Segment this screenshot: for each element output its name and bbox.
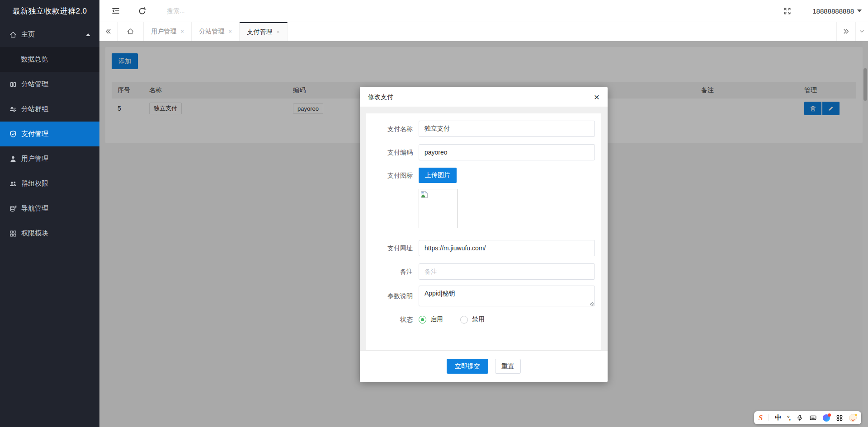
- sidebar-item-label: 用户管理: [21, 155, 48, 163]
- emoji-icon[interactable]: [849, 414, 857, 422]
- app-title: 最新独立收款进群2.0: [0, 0, 99, 22]
- close-icon[interactable]: ×: [180, 28, 184, 34]
- payment-url-input[interactable]: [419, 240, 595, 256]
- toolbox-grid-icon[interactable]: [836, 414, 843, 422]
- field-payment-name: 支付名称: [366, 121, 595, 137]
- close-icon[interactable]: ×: [228, 28, 232, 34]
- field-label: 参数说明: [366, 286, 419, 308]
- sidebar-item-label: 主页: [21, 30, 35, 39]
- sliders-icon: [9, 105, 17, 113]
- sidebar-item-label: 分站群组: [21, 105, 48, 113]
- modal-form-panel: 支付名称 支付编码 支付图标 上传图片: [366, 113, 601, 350]
- radio-icon: [419, 316, 426, 324]
- stack-flag-icon: [9, 205, 17, 213]
- chinese-mode-icon[interactable]: 中: [775, 414, 781, 422]
- punctuation-icon[interactable]: °,: [787, 414, 790, 422]
- sidebar-menu: 主页 数据总览 分站管理 分站群组: [0, 22, 99, 246]
- shield-check-icon: [9, 130, 17, 138]
- field-label: 支付编码: [366, 144, 419, 160]
- reset-button[interactable]: 重置: [495, 359, 521, 374]
- tabs-scroll-right-button[interactable]: [836, 22, 855, 41]
- modal-header: 修改支付 ×: [360, 87, 608, 107]
- radio-label: 禁用: [472, 315, 485, 324]
- radio-icon: [460, 316, 468, 324]
- field-label: 支付网址: [366, 240, 419, 256]
- params-textarea[interactable]: Appid|秘钥: [419, 286, 595, 306]
- tab-payment-manage[interactable]: 支付管理 ×: [240, 22, 288, 41]
- ime-toolbar: S 中 °,: [754, 411, 861, 424]
- account-dropdown[interactable]: 18888888888: [812, 7, 862, 15]
- close-icon[interactable]: ×: [594, 92, 599, 102]
- tab-label: 用户管理: [151, 28, 176, 36]
- field-label: 备注: [366, 263, 419, 280]
- sidebar-item-permission-module[interactable]: 权限模块: [0, 221, 99, 246]
- field-payment-url: 支付网址: [366, 240, 595, 256]
- skin-palette-icon[interactable]: [823, 414, 830, 422]
- sidebar-item-home[interactable]: 主页: [0, 22, 99, 47]
- broken-image-icon: [420, 191, 428, 198]
- top-toolbar: 18888888888: [99, 0, 868, 22]
- field-label: 支付图标: [366, 168, 419, 183]
- tab-substation-manage[interactable]: 分站管理 ×: [192, 22, 240, 41]
- tab-label: 支付管理: [247, 28, 272, 36]
- radio-label: 启用: [430, 315, 443, 324]
- caret-down-icon: [857, 9, 862, 12]
- search-input[interactable]: [167, 7, 293, 14]
- upload-image-button[interactable]: 上传图片: [419, 168, 457, 183]
- resize-grip-icon[interactable]: [590, 302, 594, 306]
- tabs-scroll-left-button[interactable]: [99, 22, 118, 41]
- tab-bar: 用户管理 × 分站管理 × 支付管理 ×: [99, 22, 868, 41]
- tab-user-manage[interactable]: 用户管理 ×: [144, 22, 192, 41]
- sidebar-item-label: 数据总览: [21, 55, 48, 64]
- submit-button[interactable]: 立即提交: [447, 359, 488, 374]
- sidebar-item-user-manage[interactable]: 用户管理: [0, 146, 99, 171]
- tab-home-button[interactable]: [118, 22, 144, 41]
- sidebar-item-label: 导航管理: [21, 204, 48, 213]
- menu-fold-icon[interactable]: [111, 6, 120, 15]
- tabs-menu-button[interactable]: [855, 22, 868, 41]
- tab-label: 分站管理: [199, 28, 224, 36]
- field-payment-icon: 支付图标 上传图片: [366, 168, 595, 183]
- modules-grid-icon: [9, 230, 17, 238]
- field-remark: 备注: [366, 263, 595, 280]
- status-enabled-radio[interactable]: 启用: [419, 315, 443, 324]
- field-payment-code: 支付编码: [366, 144, 595, 160]
- sidebar-item-label: 支付管理: [21, 130, 48, 138]
- status-disabled-radio[interactable]: 禁用: [460, 315, 485, 324]
- caret-up-icon: [86, 33, 90, 36]
- modal-footer: 立即提交 重置: [360, 350, 608, 382]
- field-status: 状态 启用 禁用: [366, 315, 595, 324]
- sidebar-item-label: 权限模块: [21, 229, 48, 238]
- payment-name-input[interactable]: [419, 121, 595, 137]
- sidebar: 最新独立收款进群2.0 主页 数据总览 分站管理: [0, 0, 99, 427]
- remark-input[interactable]: [419, 263, 595, 280]
- sidebar-item-nav-manage[interactable]: 导航管理: [0, 196, 99, 221]
- modal-title: 修改支付: [368, 93, 393, 101]
- ime-divider: [769, 414, 769, 421]
- tabbar-right-controls: [836, 22, 868, 41]
- keyboard-icon[interactable]: [809, 414, 817, 422]
- sidebar-item-data-overview[interactable]: 数据总览: [0, 47, 99, 72]
- field-label: 支付名称: [366, 121, 419, 137]
- field-label: 状态: [366, 315, 419, 324]
- refresh-icon[interactable]: [137, 6, 146, 15]
- fullscreen-icon[interactable]: [783, 6, 792, 15]
- modal-body: 支付名称 支付编码 支付图标 上传图片: [360, 107, 608, 350]
- account-phone: 18888888888: [812, 7, 854, 15]
- close-icon[interactable]: ×: [276, 29, 280, 35]
- microphone-icon[interactable]: [796, 414, 803, 422]
- sidebar-item-payment-manage[interactable]: 支付管理: [0, 122, 99, 146]
- sidebar-item-group-permission[interactable]: 群组权限: [0, 171, 99, 196]
- content-area: 添加 序号 名称 编码 备注 管理 5 独立支付 payoreo: [99, 41, 868, 427]
- home-icon: [9, 31, 17, 39]
- field-params: 参数说明 Appid|秘钥: [366, 286, 595, 308]
- sogou-logo-icon[interactable]: S: [759, 414, 763, 422]
- sidebar-item-label: 群组权限: [21, 179, 48, 188]
- sidebar-item-substation-group[interactable]: 分站群组: [0, 97, 99, 122]
- payment-code-input[interactable]: [419, 144, 595, 160]
- users-icon: [9, 180, 17, 188]
- admin-app: 最新独立收款进群2.0 主页 数据总览 分站管理: [0, 0, 868, 427]
- icon-preview-row: [419, 189, 595, 228]
- sidebar-item-substation-manage[interactable]: 分站管理: [0, 72, 99, 97]
- user-icon: [9, 155, 17, 163]
